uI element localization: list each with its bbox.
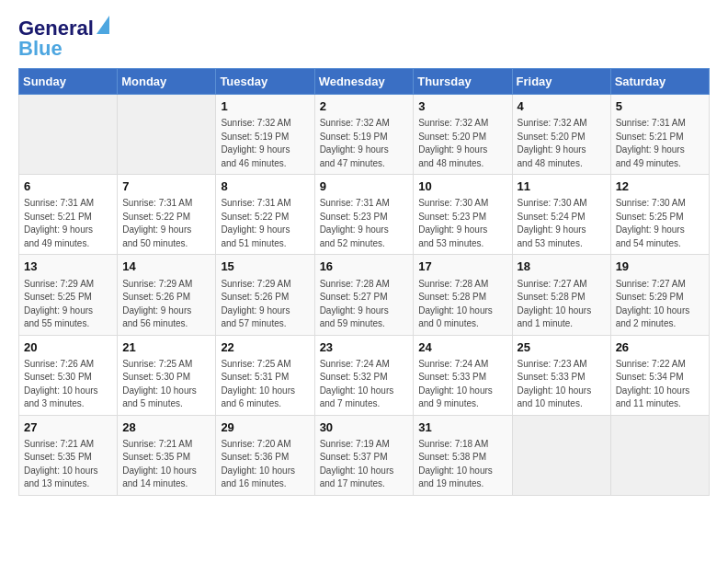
day-detail: Sunrise: 7:22 AM Sunset: 5:34 PM Dayligh… bbox=[616, 358, 704, 411]
calendar-cell: 20Sunrise: 7:26 AM Sunset: 5:30 PM Dayli… bbox=[19, 335, 118, 415]
day-detail: Sunrise: 7:25 AM Sunset: 5:31 PM Dayligh… bbox=[221, 358, 309, 411]
day-detail: Sunrise: 7:30 AM Sunset: 5:25 PM Dayligh… bbox=[616, 197, 704, 250]
calendar-cell: 28Sunrise: 7:21 AM Sunset: 5:35 PM Dayli… bbox=[118, 415, 216, 495]
day-detail: Sunrise: 7:21 AM Sunset: 5:35 PM Dayligh… bbox=[122, 438, 210, 491]
calendar-cell: 15Sunrise: 7:29 AM Sunset: 5:26 PM Dayli… bbox=[216, 255, 314, 335]
day-detail: Sunrise: 7:18 AM Sunset: 5:38 PM Dayligh… bbox=[418, 438, 506, 491]
day-detail: Sunrise: 7:19 AM Sunset: 5:37 PM Dayligh… bbox=[320, 438, 409, 491]
day-detail: Sunrise: 7:24 AM Sunset: 5:32 PM Dayligh… bbox=[320, 358, 409, 411]
weekday-header-row: SundayMondayTuesdayWednesdayThursdayFrid… bbox=[19, 69, 710, 95]
day-number: 18 bbox=[518, 259, 606, 275]
day-number: 31 bbox=[418, 419, 506, 436]
day-detail: Sunrise: 7:28 AM Sunset: 5:27 PM Dayligh… bbox=[320, 278, 409, 331]
calendar-cell: 8Sunrise: 7:31 AM Sunset: 5:22 PM Daylig… bbox=[216, 175, 314, 255]
day-detail: Sunrise: 7:28 AM Sunset: 5:28 PM Dayligh… bbox=[418, 278, 506, 331]
week-row-5: 27Sunrise: 7:21 AM Sunset: 5:35 PM Dayli… bbox=[19, 415, 710, 495]
day-number: 5 bbox=[616, 98, 704, 115]
week-row-3: 13Sunrise: 7:29 AM Sunset: 5:25 PM Dayli… bbox=[19, 255, 710, 335]
weekday-header-thursday: Thursday bbox=[414, 69, 512, 95]
day-detail: Sunrise: 7:25 AM Sunset: 5:30 PM Dayligh… bbox=[122, 358, 210, 411]
calendar-cell bbox=[118, 95, 216, 175]
day-detail: Sunrise: 7:32 AM Sunset: 5:19 PM Dayligh… bbox=[221, 117, 309, 170]
day-number: 17 bbox=[418, 259, 506, 275]
calendar-cell: 6Sunrise: 7:31 AM Sunset: 5:21 PM Daylig… bbox=[19, 175, 118, 255]
calendar-cell: 29Sunrise: 7:20 AM Sunset: 5:36 PM Dayli… bbox=[216, 415, 314, 495]
calendar-table: SundayMondayTuesdayWednesdayThursdayFrid… bbox=[18, 68, 710, 496]
day-detail: Sunrise: 7:32 AM Sunset: 5:20 PM Dayligh… bbox=[518, 117, 606, 170]
day-detail: Sunrise: 7:32 AM Sunset: 5:20 PM Dayligh… bbox=[418, 117, 506, 170]
day-number: 8 bbox=[221, 178, 309, 195]
weekday-header-wednesday: Wednesday bbox=[314, 69, 414, 95]
calendar-cell bbox=[19, 95, 118, 175]
day-number: 27 bbox=[24, 419, 112, 436]
day-detail: Sunrise: 7:20 AM Sunset: 5:36 PM Dayligh… bbox=[221, 438, 309, 491]
day-number: 2 bbox=[320, 98, 409, 115]
calendar-cell bbox=[610, 415, 709, 495]
day-number: 19 bbox=[616, 259, 704, 275]
day-number: 7 bbox=[122, 178, 210, 195]
calendar-cell: 23Sunrise: 7:24 AM Sunset: 5:32 PM Dayli… bbox=[314, 335, 414, 415]
day-number: 25 bbox=[518, 339, 606, 356]
weekday-header-friday: Friday bbox=[512, 69, 610, 95]
day-number: 14 bbox=[122, 259, 210, 275]
day-number: 15 bbox=[221, 259, 309, 275]
calendar-cell bbox=[512, 415, 610, 495]
day-detail: Sunrise: 7:31 AM Sunset: 5:21 PM Dayligh… bbox=[24, 197, 112, 250]
logo-text-blue: Blue bbox=[18, 37, 63, 60]
day-number: 12 bbox=[616, 178, 704, 195]
day-number: 13 bbox=[24, 259, 112, 275]
day-detail: Sunrise: 7:29 AM Sunset: 5:26 PM Dayligh… bbox=[221, 278, 309, 331]
day-detail: Sunrise: 7:29 AM Sunset: 5:25 PM Dayligh… bbox=[24, 278, 112, 331]
calendar-cell: 13Sunrise: 7:29 AM Sunset: 5:25 PM Dayli… bbox=[19, 255, 118, 335]
calendar-cell: 2Sunrise: 7:32 AM Sunset: 5:19 PM Daylig… bbox=[314, 95, 414, 175]
day-detail: Sunrise: 7:23 AM Sunset: 5:33 PM Dayligh… bbox=[518, 358, 606, 411]
week-row-2: 6Sunrise: 7:31 AM Sunset: 5:21 PM Daylig… bbox=[19, 175, 710, 255]
calendar-cell: 4Sunrise: 7:32 AM Sunset: 5:20 PM Daylig… bbox=[512, 95, 610, 175]
day-detail: Sunrise: 7:31 AM Sunset: 5:22 PM Dayligh… bbox=[221, 197, 309, 250]
weekday-header-sunday: Sunday bbox=[19, 69, 118, 95]
day-detail: Sunrise: 7:27 AM Sunset: 5:28 PM Dayligh… bbox=[518, 278, 606, 331]
day-number: 10 bbox=[418, 178, 506, 195]
day-detail: Sunrise: 7:30 AM Sunset: 5:23 PM Dayligh… bbox=[418, 197, 506, 250]
day-number: 29 bbox=[221, 419, 309, 436]
calendar-cell: 3Sunrise: 7:32 AM Sunset: 5:20 PM Daylig… bbox=[414, 95, 512, 175]
day-number: 24 bbox=[418, 339, 506, 356]
weekday-header-saturday: Saturday bbox=[610, 69, 709, 95]
day-number: 9 bbox=[320, 178, 409, 195]
calendar-cell: 9Sunrise: 7:31 AM Sunset: 5:23 PM Daylig… bbox=[314, 175, 414, 255]
logo-triangle-icon bbox=[97, 16, 109, 34]
day-number: 20 bbox=[24, 339, 112, 356]
calendar-cell: 22Sunrise: 7:25 AM Sunset: 5:31 PM Dayli… bbox=[216, 335, 314, 415]
calendar-cell: 18Sunrise: 7:27 AM Sunset: 5:28 PM Dayli… bbox=[512, 255, 610, 335]
day-number: 26 bbox=[616, 339, 704, 356]
calendar-cell: 1Sunrise: 7:32 AM Sunset: 5:19 PM Daylig… bbox=[216, 95, 314, 175]
calendar-cell: 27Sunrise: 7:21 AM Sunset: 5:35 PM Dayli… bbox=[19, 415, 118, 495]
calendar-cell: 7Sunrise: 7:31 AM Sunset: 5:22 PM Daylig… bbox=[118, 175, 216, 255]
calendar-cell: 19Sunrise: 7:27 AM Sunset: 5:29 PM Dayli… bbox=[610, 255, 709, 335]
week-row-4: 20Sunrise: 7:26 AM Sunset: 5:30 PM Dayli… bbox=[19, 335, 710, 415]
calendar-cell: 5Sunrise: 7:31 AM Sunset: 5:21 PM Daylig… bbox=[610, 95, 709, 175]
day-detail: Sunrise: 7:21 AM Sunset: 5:35 PM Dayligh… bbox=[24, 438, 112, 491]
day-number: 28 bbox=[122, 419, 210, 436]
day-number: 21 bbox=[122, 339, 210, 356]
calendar-cell: 14Sunrise: 7:29 AM Sunset: 5:26 PM Dayli… bbox=[118, 255, 216, 335]
calendar-cell: 12Sunrise: 7:30 AM Sunset: 5:25 PM Dayli… bbox=[610, 175, 709, 255]
calendar-cell: 11Sunrise: 7:30 AM Sunset: 5:24 PM Dayli… bbox=[512, 175, 610, 255]
day-number: 16 bbox=[320, 259, 409, 275]
weekday-header-monday: Monday bbox=[118, 69, 216, 95]
day-number: 4 bbox=[518, 98, 606, 115]
day-detail: Sunrise: 7:31 AM Sunset: 5:22 PM Dayligh… bbox=[122, 197, 210, 250]
day-detail: Sunrise: 7:32 AM Sunset: 5:19 PM Dayligh… bbox=[320, 117, 409, 170]
calendar-cell: 16Sunrise: 7:28 AM Sunset: 5:27 PM Dayli… bbox=[314, 255, 414, 335]
day-number: 6 bbox=[24, 178, 112, 195]
day-number: 23 bbox=[320, 339, 409, 356]
day-detail: Sunrise: 7:27 AM Sunset: 5:29 PM Dayligh… bbox=[616, 278, 704, 331]
day-number: 22 bbox=[221, 339, 309, 356]
calendar-cell: 26Sunrise: 7:22 AM Sunset: 5:34 PM Dayli… bbox=[610, 335, 709, 415]
day-detail: Sunrise: 7:29 AM Sunset: 5:26 PM Dayligh… bbox=[122, 278, 210, 331]
week-row-1: 1Sunrise: 7:32 AM Sunset: 5:19 PM Daylig… bbox=[19, 95, 710, 175]
day-detail: Sunrise: 7:26 AM Sunset: 5:30 PM Dayligh… bbox=[24, 358, 112, 411]
day-number: 3 bbox=[418, 98, 506, 115]
calendar-body: 1Sunrise: 7:32 AM Sunset: 5:19 PM Daylig… bbox=[19, 95, 710, 496]
weekday-header-tuesday: Tuesday bbox=[216, 69, 314, 95]
